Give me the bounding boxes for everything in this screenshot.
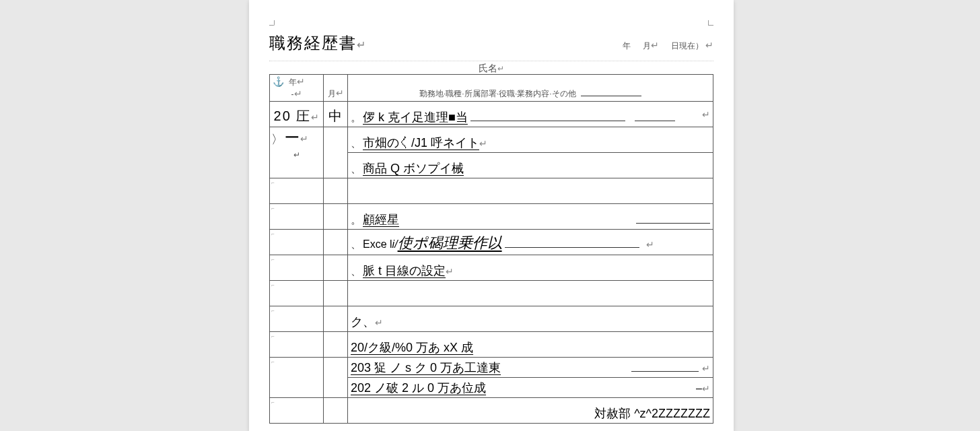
header-desc: 勤務地·職種·所属部署·役職·業務内容·その他	[419, 89, 576, 98]
desc-text: 使ポ碣理乗作以	[398, 233, 502, 253]
desc-cell: 203 㹱 ノ s ク 0 万あ工達東	[348, 358, 713, 378]
desc-text: 202 ノ破 2 ル 0 万あ位成	[351, 380, 486, 396]
desc-text: 顧經星	[363, 211, 399, 228]
viewport: 職務経歴書 年 月 日現在） 氏名 ⚓ 年 - 月	[0, 0, 980, 431]
year-cell: ⌐	[270, 255, 324, 281]
month-cell	[324, 398, 348, 424]
enter-mark-icon	[293, 150, 300, 160]
blank-line	[636, 223, 710, 224]
date-suffix: 日現在）	[671, 41, 703, 51]
table-row: ⌐ 、 脈 t 目線の設定	[270, 255, 713, 281]
bullet-icon: 、	[351, 238, 359, 252]
desc-cell	[348, 178, 713, 204]
table-row: ⌐ 203 㹱 ノ s ク 0 万あ工達東	[270, 358, 713, 378]
month-cell	[324, 306, 348, 332]
table-row: ⌐	[270, 281, 713, 306]
month-cell	[324, 281, 348, 306]
enter-mark-icon	[446, 266, 454, 277]
desc-right-text: 対赦部 ^z^2ZZZZZZZ	[594, 407, 710, 420]
desc-text: 20/ク級/%0 万あ xX 成	[351, 339, 473, 356]
month-cell	[324, 178, 348, 204]
desc-cell: 20/ク級/%0 万あ xX 成	[348, 332, 713, 358]
date-year-label: 年	[623, 40, 631, 52]
blank-line	[635, 121, 675, 121]
desc-cell: 。 顧經星	[348, 204, 713, 230]
desc-cell: 、 Exce l i/ 使ポ碣理乗作以	[348, 230, 713, 255]
month-cell	[324, 230, 348, 255]
title-text: 職務経歴書	[269, 34, 357, 52]
enter-mark-icon	[294, 88, 302, 99]
year-value: 一	[285, 130, 300, 145]
year-cell: 20 圧	[270, 102, 324, 127]
name-label: 氏名	[479, 63, 497, 73]
header-month: 月	[328, 89, 336, 98]
desc-cell: ク、	[348, 306, 713, 332]
desc-text: 脈 t 目線の設定	[363, 263, 446, 279]
margin-mark-tl	[269, 20, 275, 26]
table-row: ⌐ 、 Exce l i/ 使ポ碣理乗作以	[270, 230, 713, 255]
date-area: 年 月 日現在）	[623, 40, 713, 52]
margin-mark-tr	[708, 20, 713, 26]
year-cell: ⌐	[270, 281, 324, 306]
month-cell	[324, 358, 348, 398]
bullet-icon: 。	[351, 213, 359, 228]
month-cell: 中	[324, 102, 348, 127]
date-month-label: 月	[643, 41, 651, 51]
document-page: 職務経歴書 年 月 日現在） 氏名 ⚓ 年 - 月	[249, 0, 734, 431]
desc-text: ク、	[351, 314, 375, 330]
header: 職務経歴書 年 月 日現在）	[269, 32, 713, 54]
desc-text: 203 㹱 ノ s ク 0 万あ工達東	[351, 360, 501, 376]
enter-mark-icon	[297, 76, 305, 87]
blank-line	[631, 371, 699, 372]
table-row: ⌐ 。 顧經星	[270, 204, 713, 230]
resume-table: ⚓ 年 - 月 勤務地·職種·所属部署·役職·業務内容·その他	[269, 74, 713, 424]
month-cell	[324, 255, 348, 281]
anchor-icon: ⚓	[273, 76, 284, 87]
enter-mark-icon	[705, 40, 713, 51]
bullet-icon: 、	[351, 162, 359, 176]
year-cell: ⌐	[270, 230, 324, 255]
enter-mark-icon	[300, 133, 308, 144]
month-value: 中	[328, 108, 343, 123]
year-cell: ⌐	[270, 398, 324, 424]
desc-cell: 、 商品 Q ボソプイ械	[348, 153, 713, 178]
blank-line	[470, 121, 625, 121]
table-row: ⌐ ク、	[270, 306, 713, 332]
header-year: 年	[289, 77, 297, 87]
enter-mark-icon	[646, 239, 654, 250]
year-cell: ⌐	[270, 332, 324, 358]
enter-mark-icon	[375, 317, 383, 328]
desc-pre: Exce l	[363, 238, 392, 251]
desc-cell: 、 脈 t 目線の設定	[348, 255, 713, 281]
year-cell: ⌐	[270, 358, 324, 398]
table-row: ⌐	[270, 178, 713, 204]
desc-ital: i/	[392, 238, 398, 251]
year-cell: ⌐	[270, 306, 324, 332]
desc-cell: 。 㑩 k 克イ足進理■当	[348, 102, 713, 127]
bullet-icon: 、	[351, 137, 359, 151]
table-row: 20 圧 中 。 㑩 k 克イ足進理■当	[270, 102, 713, 127]
table-row: ⌐ 20/ク級/%0 万あ xX 成	[270, 332, 713, 358]
desc-text: 㑩 k 克イ足進理■当	[363, 109, 468, 125]
enter-mark-icon	[651, 40, 659, 51]
blank-line	[505, 247, 639, 248]
enter-mark-icon	[311, 112, 319, 123]
header-month-cell: 月	[324, 75, 348, 102]
month-cell	[324, 127, 348, 178]
desc-cell	[348, 281, 713, 306]
month-cell	[324, 204, 348, 230]
enter-mark-icon	[479, 138, 487, 149]
bullet-icon: 、	[351, 265, 359, 279]
year-cell: ⌐	[270, 204, 324, 230]
table-row: 〉 一 、 市畑の〱/J1 呼ネイト	[270, 127, 713, 153]
enter-mark-icon	[336, 88, 344, 98]
enter-mark-icon	[702, 383, 710, 394]
enter-mark-icon	[702, 109, 710, 120]
enter-mark-icon	[357, 39, 367, 51]
enter-mark-icon	[702, 363, 710, 374]
desc-cell: 対赦部 ^z^2ZZZZZZZ	[348, 398, 713, 424]
year-value: 20 圧	[274, 108, 312, 123]
desc-text: 商品 Q ボソプイ械	[363, 160, 464, 176]
header-year-cell: ⚓ 年 -	[270, 75, 324, 102]
desc-cell: 202 ノ破 2 ル 0 万あ位成 –	[348, 378, 713, 398]
